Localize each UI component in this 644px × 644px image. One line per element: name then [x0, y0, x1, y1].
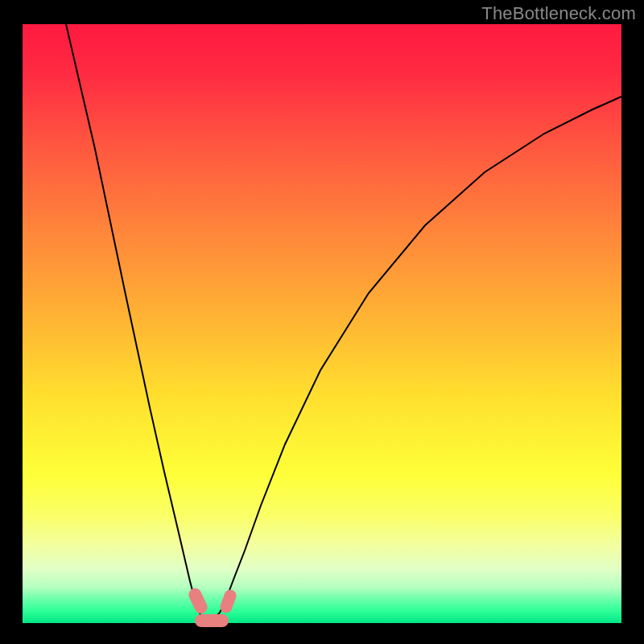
bottleneck-curve: [66, 24, 621, 620]
curve-overlay: [23, 24, 621, 623]
watermark-text: TheBottleneck.com: [481, 3, 636, 24]
chart-container: TheBottleneck.com: [0, 0, 644, 644]
bottom-rounded-marker: [195, 614, 229, 627]
